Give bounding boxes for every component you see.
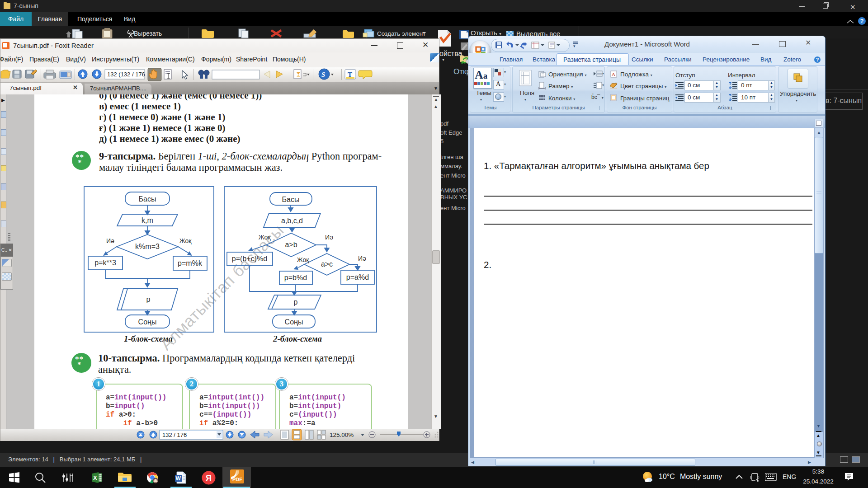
svg-text:p=(b+c)%d: p=(b+c)%d [232, 255, 267, 263]
svg-text:132 / 176: 132 / 176 [162, 432, 187, 438]
svg-text:Соңы: Соңы [285, 318, 303, 326]
svg-text:k,m: k,m [142, 216, 153, 224]
svg-text:k%m=3: k%m=3 [135, 243, 160, 250]
svg-text:Иә: Иә [358, 255, 366, 262]
svg-text:p: p [294, 298, 298, 306]
svg-text:125.00%: 125.00% [330, 432, 354, 438]
svg-text:a>b: a>b [285, 241, 297, 249]
svg-text:p=a%d: p=a%d [346, 273, 369, 281]
svg-text:Басы: Басы [282, 196, 300, 203]
svg-text:p=b%d: p=b%d [284, 274, 307, 282]
svg-text:PDF: PDF [232, 477, 242, 482]
svg-text:Иә: Иә [325, 234, 333, 241]
svg-text:132 (132 / 176: 132 (132 / 176 [107, 71, 145, 78]
svg-text:Вырезать: Вырезать [134, 30, 162, 37]
svg-text:X: X [93, 474, 97, 481]
svg-text:Создать элемент: Создать элемент [377, 30, 425, 37]
svg-text:S: S [321, 71, 325, 78]
svg-text:Жоқ: Жоқ [297, 256, 310, 263]
svg-text:Иә: Иә [106, 237, 114, 244]
svg-text:Жоқ: Жоқ [259, 234, 271, 241]
svg-text:Жоқ: Жоқ [179, 237, 192, 244]
svg-text:p=m%k: p=m%k [178, 259, 203, 267]
svg-text:A: A [612, 71, 615, 77]
svg-text:Басы: Басы [139, 195, 156, 203]
svg-text:Соңы: Соңы [138, 318, 157, 326]
svg-text:p=k**3: p=k**3 [94, 259, 116, 267]
svg-text:Я: Я [206, 474, 212, 483]
svg-text:p: p [146, 296, 151, 303]
svg-text:W: W [176, 475, 181, 482]
svg-text:a>c: a>c [321, 260, 333, 268]
svg-text:a,b,c,d: a,b,c,d [281, 217, 303, 225]
